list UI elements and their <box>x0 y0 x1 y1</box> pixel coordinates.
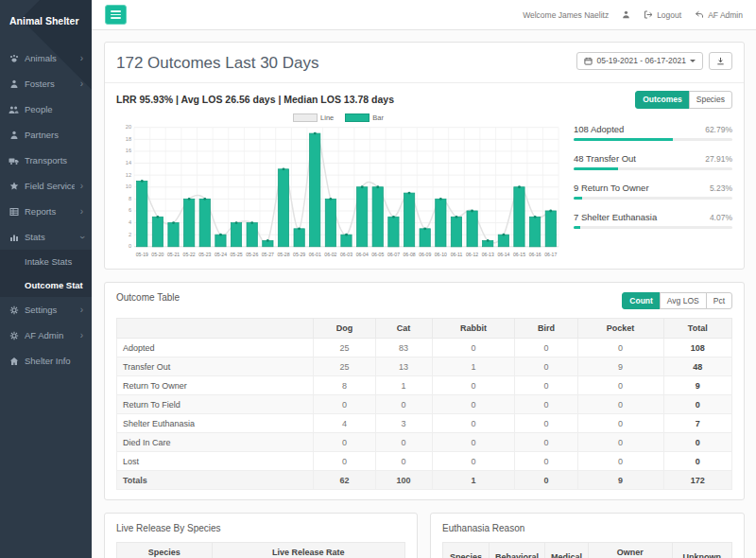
user-icon <box>622 10 630 19</box>
svg-text:05-28: 05-28 <box>277 251 289 256</box>
sidebar-nav: Animals › Fosters › People Partners Tran… <box>0 45 92 374</box>
summary-label: 7 Shelter Euthanasia <box>574 212 657 222</box>
sidebar-item-af-admin[interactable]: AF Admin › <box>0 323 92 348</box>
outcomes-overview-card: 172 Outcomes Last 30 Days 05-19-2021 - 0… <box>104 42 745 270</box>
row-label: Died In Care <box>117 433 314 452</box>
sidebar-item-outcome-stats[interactable]: Outcome Stats <box>0 273 92 297</box>
svg-text:05-22: 05-22 <box>183 251 196 256</box>
cell-pocket: 0 <box>577 395 663 414</box>
blank-header-cell <box>117 319 314 339</box>
sidebar-item-fosters[interactable]: Fosters › <box>0 71 92 96</box>
cell-pocket: 0 <box>577 414 663 433</box>
cell-dog: 0 <box>314 433 375 452</box>
svg-text:06-16: 06-16 <box>529 251 541 256</box>
cell-cat: 1 <box>375 376 432 395</box>
sidebar-item-label: Intake Stats <box>25 256 83 267</box>
svg-text:18: 18 <box>126 135 131 141</box>
svg-text:06-05: 06-05 <box>371 251 384 256</box>
cell-bird: 0 <box>515 395 577 414</box>
date-range-picker[interactable]: 05-19-2021 - 06-17-2021 <box>576 52 703 70</box>
summary-percent: 5.23% <box>710 183 732 193</box>
person-icon <box>9 79 19 89</box>
row-label: Transfer Out <box>117 357 314 376</box>
svg-text:06-17: 06-17 <box>544 251 557 256</box>
calendar-icon <box>584 57 593 65</box>
sidebar-item-label: Outcome Stats <box>25 280 83 290</box>
row-label: Lost <box>117 452 314 471</box>
reply-arrow-icon <box>695 10 704 19</box>
sidebar-item-shelter-info[interactable]: Shelter Info <box>0 348 92 374</box>
outcomes-toggle-button[interactable]: Outcomes <box>635 91 690 109</box>
svg-text:10: 10 <box>126 183 131 189</box>
sidebar-item-reports[interactable]: Reports › <box>0 199 92 224</box>
sidebar-item-partners[interactable]: Partners <box>0 122 92 148</box>
svg-text:05-25: 05-25 <box>231 251 243 256</box>
star-icon <box>9 182 19 191</box>
species-toggle-button[interactable]: Species <box>689 91 732 109</box>
cell-cat: 100 <box>375 471 432 490</box>
bottom-row: Live Release By Species Species Live Rel… <box>104 513 745 558</box>
svg-text:8: 8 <box>129 195 131 201</box>
cell-bird: 0 <box>515 452 577 471</box>
avg-los-mode-button[interactable]: Avg LOS <box>660 292 707 310</box>
euthanasia-reason-card: Euthanasia Reason SpeciesBehavioralMedic… <box>430 513 745 558</box>
svg-text:16: 16 <box>126 148 131 153</box>
euthanasia-header-row: SpeciesBehavioralMedicalOwner RequestedU… <box>443 543 732 558</box>
column-header: Dog <box>314 319 375 339</box>
table-icon <box>9 207 19 217</box>
sidebar-item-field-services[interactable]: Field Services › <box>0 173 92 199</box>
legend-bar-label: Bar <box>372 113 384 122</box>
svg-text:05-23: 05-23 <box>198 251 211 256</box>
cell-cat: 0 <box>375 433 432 452</box>
chevron-down-icon: › <box>77 235 86 238</box>
summary-percent: 62.79% <box>705 125 732 134</box>
svg-text:06-15: 06-15 <box>513 251 525 256</box>
cell-total: 172 <box>663 471 731 490</box>
svg-text:05-26: 05-26 <box>246 251 258 256</box>
sidebar-item-people[interactable]: People <box>0 96 92 122</box>
logout-label: Logout <box>657 10 681 20</box>
logout-link[interactable]: Logout <box>644 10 681 20</box>
live-release-table: Species Live Release Rate Cat 97% <box>116 542 405 558</box>
cell-total: 7 <box>663 414 731 433</box>
row-label: Shelter Euthanasia <box>117 414 314 433</box>
download-button[interactable] <box>709 52 732 70</box>
sidebar-item-stats[interactable]: Stats › <box>0 224 92 250</box>
legend-line: Line <box>293 113 334 122</box>
sidebar-item-label: People <box>25 104 83 114</box>
af-admin-link[interactable]: AF Admin <box>695 10 743 20</box>
legend-bar: Bar <box>345 113 384 122</box>
svg-text:06-12: 06-12 <box>466 251 478 256</box>
summary-progress-fill <box>574 197 582 200</box>
topbar-right: Welcome James Naelitz Logout AF Admin <box>523 10 743 20</box>
sidebar-item-label: Partners <box>25 130 83 140</box>
sidebar-item-animals[interactable]: Animals › <box>0 45 92 71</box>
sidebar-item-label: AF Admin <box>25 330 75 340</box>
count-mode-button[interactable]: Count <box>622 292 661 310</box>
table-row: Totals 62 100 1 0 9 172 <box>117 471 732 490</box>
sidebar-item-intake-stats[interactable]: Intake Stats <box>0 250 92 273</box>
cell-cat: 13 <box>375 357 432 376</box>
cell-cat: 0 <box>375 395 432 414</box>
cell-dog: 0 <box>314 395 375 414</box>
sidebar-item-label: Fosters <box>25 78 75 89</box>
logout-icon <box>644 10 653 19</box>
app-root: Animal Shelter Animals › Fosters › Peopl… <box>0 0 756 558</box>
row-label: Adopted <box>117 339 314 357</box>
cell-rabbit: 1 <box>432 471 515 490</box>
outcomes-bar-chart[interactable]: 0246810121416182005-1905-2005-2105-2205-… <box>116 123 560 259</box>
table-row: Lost 0 0 0 0 0 0 <box>117 452 732 471</box>
cell-rabbit: 1 <box>432 357 515 376</box>
gear-icon <box>9 305 19 315</box>
sidebar-item-settings[interactable]: Settings › <box>0 297 92 323</box>
svg-text:06-08: 06-08 <box>404 251 416 256</box>
sidebar-toggle-button[interactable] <box>105 5 127 25</box>
cell-total: 0 <box>663 452 731 471</box>
sidebar-item-label: Shelter Info <box>25 356 83 366</box>
cell-bird: 0 <box>515 339 577 357</box>
pct-mode-button[interactable]: Pct <box>706 292 732 310</box>
svg-text:06-10: 06-10 <box>435 251 447 256</box>
page-content: 172 Outcomes Last 30 Days 05-19-2021 - 0… <box>92 30 756 558</box>
sidebar-item-transports[interactable]: Transports <box>0 148 92 173</box>
user-menu-button[interactable] <box>622 10 630 19</box>
